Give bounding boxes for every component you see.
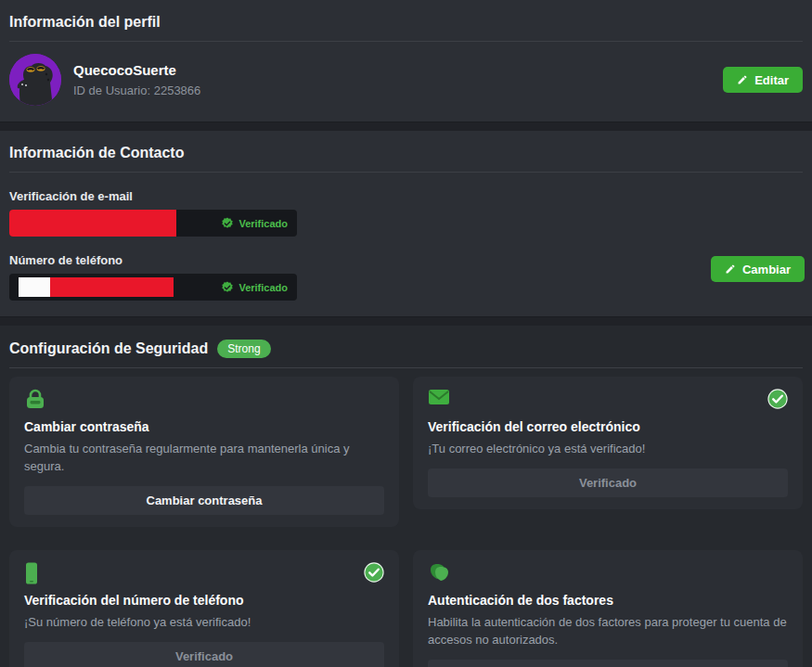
phone-country-code-redaction	[19, 277, 50, 297]
security-section: Configuración de Seguridad Strong Cambia…	[0, 326, 812, 667]
phone-icon	[24, 562, 39, 584]
edit-button-label: Editar	[754, 73, 789, 87]
verified-check-icon	[364, 562, 384, 583]
verified-seal-icon	[221, 281, 234, 294]
phone-redaction	[50, 277, 174, 297]
email-verified-badge: Verificado	[221, 217, 288, 230]
phone-verified-label: Verificado	[238, 282, 288, 293]
section-separator	[0, 122, 812, 131]
phone-verified-badge: Verificado	[221, 281, 288, 294]
email-label: Verificación de e-mail	[9, 189, 803, 203]
verified-check-icon	[767, 389, 788, 409]
avatar[interactable]	[9, 54, 61, 106]
card-title: Autenticación de dos factores	[428, 593, 788, 608]
phone-value-row: Verificado	[9, 274, 297, 301]
security-section-title: Configuración de Seguridad	[9, 339, 208, 359]
envelope-icon	[428, 389, 450, 405]
user-id: ID de Usuario: 2253866	[73, 83, 200, 97]
card-title: Verificación del número de teléfono	[24, 593, 384, 608]
contact-section: Información de Contacto Verificación de …	[0, 131, 812, 316]
card-title: Verificación del correo electrónico	[428, 419, 788, 434]
change-button-label: Cambiar	[742, 263, 791, 276]
edit-profile-button[interactable]: Editar	[723, 67, 803, 93]
profile-section-title: Información del perfil	[9, 0, 803, 32]
card-description: ¡Su número de teléfono ya está verificad…	[24, 613, 384, 631]
security-cards-grid: Cambiar contraseña Cambia tu contraseña …	[9, 368, 803, 667]
section-separator	[0, 316, 812, 326]
change-password-card: Cambiar contraseña Cambia tu contraseña …	[9, 377, 399, 527]
lock-icon	[24, 389, 46, 409]
phone-verified-button[interactable]: Verificado	[24, 642, 384, 667]
change-phone-button[interactable]: Cambiar	[711, 256, 805, 282]
email-verified-label: Verificado	[238, 218, 288, 229]
security-header: Configuración de Seguridad Strong	[9, 326, 803, 359]
password-strength-badge: Strong	[217, 340, 270, 358]
card-title: Cambiar contraseña	[24, 419, 384, 434]
verified-seal-icon	[221, 217, 234, 230]
card-description: Cambia tu contraseña regularmente para m…	[24, 440, 384, 475]
change-password-button[interactable]: Cambiar contraseña	[24, 486, 384, 515]
disable-2fa-button[interactable]: Deshabilitar 2FA	[428, 660, 788, 667]
shield-icon	[428, 562, 450, 583]
profile-meta: QuecocoSuerte ID de Usuario: 2253866	[73, 62, 200, 97]
pencil-icon	[737, 74, 748, 85]
email-redaction	[9, 210, 176, 237]
pencil-icon	[725, 263, 736, 275]
phone-label: Número de teléfono	[9, 253, 803, 267]
profile-row: QuecocoSuerte ID de Usuario: 2253866 Edi…	[9, 42, 803, 122]
card-description: Habilita la autenticación de dos factore…	[428, 613, 788, 648]
username: QuecocoSuerte	[73, 62, 200, 78]
phone-verification-card: Verificación del número de teléfono ¡Su …	[9, 550, 399, 667]
card-description: ¡Tu correo electrónico ya está verificad…	[428, 440, 788, 457]
email-verification-card: Verificación del correo electrónico ¡Tu …	[413, 377, 803, 509]
contact-section-title: Información de Contacto	[9, 131, 803, 163]
email-verified-button[interactable]: Verificado	[428, 468, 788, 497]
profile-section: Información del perfil QuecocoSuerte ID …	[0, 0, 812, 122]
email-value-row: Verificado	[9, 210, 297, 237]
two-factor-card: Autenticación de dos factores Habilita l…	[413, 550, 803, 667]
section-divider	[9, 172, 803, 173]
